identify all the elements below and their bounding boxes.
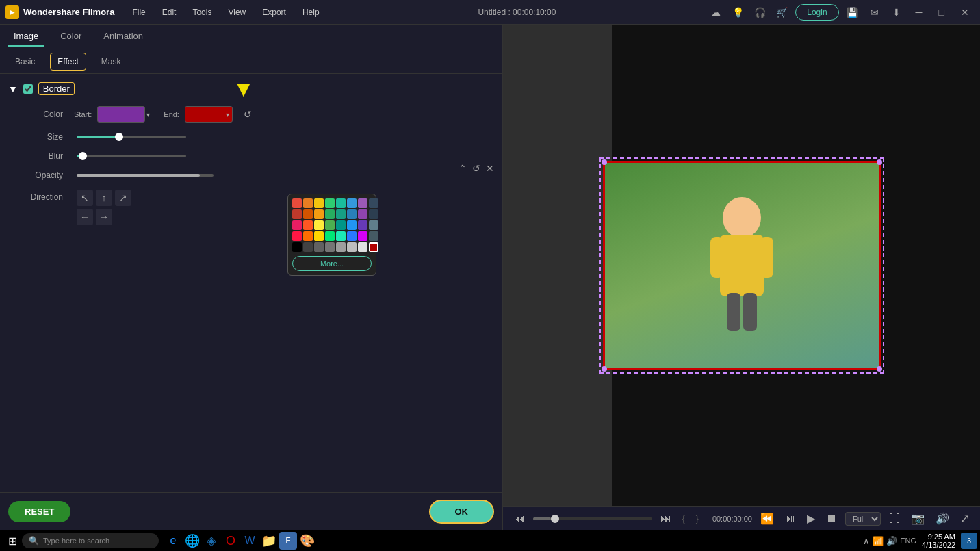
- color-cell-14[interactable]: [358, 209, 368, 219]
- handle-tr[interactable]: [877, 159, 882, 165]
- color-cell-1[interactable]: [303, 198, 313, 208]
- color-cell-30[interactable]: [358, 231, 368, 241]
- end-dropdown-arrow[interactable]: ▾: [226, 111, 229, 118]
- menu-export[interactable]: Export: [255, 5, 293, 20]
- color-cell-28[interactable]: [336, 231, 346, 241]
- color-cell-selected[interactable]: [369, 242, 378, 252]
- color-cell-23[interactable]: [369, 220, 378, 230]
- color-cell-5[interactable]: [347, 198, 357, 208]
- tab-color[interactable]: Color: [55, 27, 87, 47]
- sub-tab-mask[interactable]: Mask: [94, 53, 128, 70]
- taskbar-search[interactable]: 🔍 Type here to search: [22, 533, 159, 548]
- color-cell-15[interactable]: [369, 209, 378, 219]
- quality-select[interactable]: Full: [845, 512, 881, 526]
- dir-top-btn[interactable]: ↑: [96, 190, 112, 206]
- cloud-icon[interactable]: ☁: [708, 4, 724, 21]
- color-reset-icon[interactable]: ↺: [244, 109, 252, 120]
- close-button[interactable]: ✕: [955, 7, 975, 18]
- start-button[interactable]: ⊞: [3, 531, 22, 550]
- color-cell-22[interactable]: [358, 220, 368, 230]
- blur-slider[interactable]: [77, 155, 186, 157]
- taskbar-app-files[interactable]: 📁: [260, 532, 278, 550]
- screenshot-icon[interactable]: 📷: [908, 511, 927, 526]
- menu-help[interactable]: Help: [296, 5, 326, 20]
- close-panel-icon[interactable]: ✕: [486, 163, 494, 174]
- size-slider-thumb[interactable]: [115, 133, 123, 141]
- frame-back-icon[interactable]: ⏭: [658, 511, 674, 526]
- skip-backward-icon[interactable]: ⏪: [758, 511, 777, 526]
- color-cell-37[interactable]: [347, 242, 357, 252]
- menu-view[interactable]: View: [221, 5, 253, 20]
- color-cell-19[interactable]: [325, 220, 335, 230]
- taskbar-network-icon[interactable]: 📶: [873, 536, 884, 546]
- color-cell-7[interactable]: [369, 198, 378, 208]
- color-cell-9[interactable]: [303, 209, 313, 219]
- tab-image[interactable]: Image: [8, 27, 44, 47]
- login-button[interactable]: Login: [795, 4, 838, 21]
- dir-topright-btn[interactable]: ↗: [115, 190, 131, 206]
- refresh-icon[interactable]: ↺: [472, 163, 480, 174]
- mail-icon[interactable]: ✉: [866, 4, 883, 21]
- color-cell-2[interactable]: [314, 198, 324, 208]
- dir-right-btn[interactable]: →: [96, 209, 112, 225]
- chevron-up-icon[interactable]: ⌃: [459, 163, 467, 174]
- end-color-swatch[interactable]: ▾: [185, 106, 233, 123]
- play-prev-icon[interactable]: ⏯: [782, 511, 799, 526]
- color-cell-31[interactable]: [369, 231, 378, 241]
- sub-tab-effect[interactable]: Effect: [50, 53, 86, 71]
- color-cell-32[interactable]: [292, 242, 302, 252]
- lightbulb-icon[interactable]: 💡: [730, 4, 746, 21]
- color-cell-10[interactable]: [314, 209, 324, 219]
- taskbar-app-paint[interactable]: 🎨: [298, 532, 316, 550]
- play-icon[interactable]: ▶: [804, 511, 818, 526]
- taskbar-app-opera[interactable]: O: [222, 532, 240, 550]
- menu-tools[interactable]: Tools: [185, 5, 218, 20]
- download-icon[interactable]: ⬇: [888, 4, 905, 21]
- handle-bl[interactable]: [602, 366, 607, 372]
- color-cell-3[interactable]: [325, 198, 335, 208]
- reset-button[interactable]: RESET: [8, 501, 70, 522]
- color-cell-27[interactable]: [325, 231, 335, 241]
- size-slider[interactable]: [77, 136, 186, 138]
- tab-animation[interactable]: Animation: [98, 27, 149, 47]
- opacity-slider[interactable]: [77, 174, 214, 177]
- more-colors-button[interactable]: More...: [292, 256, 372, 271]
- color-cell-17[interactable]: [303, 220, 313, 230]
- color-cell-0[interactable]: [292, 198, 302, 208]
- taskbar-app-edge[interactable]: e: [164, 532, 182, 550]
- start-color-swatch[interactable]: [97, 106, 145, 123]
- taskbar-app-edge2[interactable]: ◈: [203, 532, 220, 550]
- blur-slider-thumb[interactable]: [79, 152, 87, 160]
- color-cell-33[interactable]: [303, 242, 313, 252]
- taskbar-expand-icon[interactable]: ∧: [863, 536, 870, 546]
- color-cell-20[interactable]: [336, 220, 346, 230]
- border-checkbox[interactable]: [23, 84, 33, 94]
- color-cell-25[interactable]: [303, 231, 313, 241]
- color-start-picker[interactable]: ▾: [97, 106, 150, 123]
- section-collapse-arrow[interactable]: ▼: [8, 84, 18, 94]
- color-cell-6[interactable]: [358, 198, 368, 208]
- color-cell-36[interactable]: [336, 242, 346, 252]
- minimize-button[interactable]: ─: [910, 7, 928, 18]
- menu-edit[interactable]: Edit: [155, 5, 183, 20]
- ok-button[interactable]: OK: [429, 500, 495, 524]
- handle-tl[interactable]: [602, 159, 607, 165]
- taskbar-app-word[interactable]: W: [241, 532, 259, 550]
- taskbar-app-filmora[interactable]: F: [279, 532, 297, 550]
- handle-br[interactable]: [877, 366, 882, 372]
- color-cell-34[interactable]: [314, 242, 324, 252]
- taskbar-notification-badge[interactable]: 3: [961, 533, 977, 549]
- color-cell-24[interactable]: [292, 231, 302, 241]
- color-cell-16[interactable]: [292, 220, 302, 230]
- cart-icon[interactable]: 🛒: [773, 4, 790, 21]
- color-cell-38[interactable]: [358, 242, 368, 252]
- color-cell-21[interactable]: [347, 220, 357, 230]
- preview-timeline-bar[interactable]: [533, 517, 652, 520]
- fullscreen-icon[interactable]: ⛶: [886, 511, 903, 526]
- dir-left-btn[interactable]: ←: [77, 209, 93, 225]
- start-dropdown-arrow[interactable]: ▾: [146, 111, 150, 118]
- dir-topleft-btn[interactable]: ↖: [77, 190, 93, 206]
- save-icon[interactable]: 💾: [844, 4, 861, 21]
- resize-icon[interactable]: ⤢: [957, 511, 972, 526]
- color-cell-35[interactable]: [325, 242, 335, 252]
